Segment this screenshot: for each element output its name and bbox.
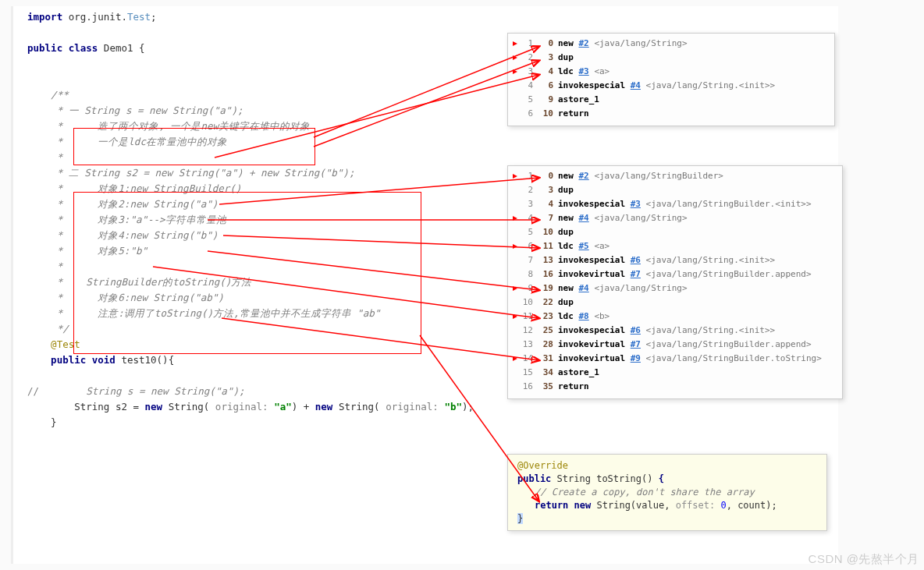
line-number: 6 [519,239,533,253]
bytecode-offset: 25 [536,324,553,338]
constant-ref: #9 [631,353,641,363]
kw-void: void [92,354,116,366]
opcode: ldc [558,241,574,251]
bytecode-row: 1123ldc #8 <b> [513,310,833,324]
line-number: 5 [519,225,533,239]
class-name: Demo1 { [104,42,145,54]
inline-comment: // Create a copy, don't share the array [535,487,755,497]
string-literal-b: "b" [444,401,462,412]
line-number: 1 [519,37,533,51]
opcode: return [558,381,589,391]
bytecode-row: 34ldc #3 <a> [513,65,825,79]
bytecode-row: 34invokespecial #3 <java/lang/StringBuil… [513,197,833,211]
bytecode-row: 610return [513,107,825,121]
arrow-head-icon [513,244,517,249]
line-number: 4 [519,211,533,225]
snippet-tail: , count); [727,500,777,511]
constant-ref: #5 [579,241,589,251]
snippet-body: String(value, [591,500,675,511]
line-comment-slash: // [27,385,39,397]
kw-return: return [535,500,568,511]
javadoc-close: */ [57,323,69,335]
method-sig: String toString() [557,473,659,484]
constant-comment: <a> [594,241,609,251]
bytecode-row: 1328invokevirtual #7 <java/lang/StringBu… [513,338,833,352]
opcode: invokespecial [558,255,625,265]
stmt-string1: String( [162,401,209,412]
constant-ref: #3 [631,199,641,209]
constant-comment: <java/lang/StringBuilder.append> [646,269,812,279]
constant-ref: #8 [579,311,589,321]
highlight-box-1 [73,128,315,165]
bytecode-row: 611ldc #5 <a> [513,239,833,253]
bytecode-row: 510dup [513,225,833,239]
kw-import: import [27,11,62,23]
cls-test: Test [127,11,151,23]
bytecode-row: 23dup [513,183,833,197]
line-number: 5 [519,93,533,107]
line-number: 11 [519,310,533,324]
constant-ref: #7 [631,339,641,349]
bytecode-row: 1635return [513,380,833,394]
line-number: 6 [519,107,533,121]
line-number: 7 [519,253,533,267]
constant-ref: #2 [579,38,589,48]
line-number: 8 [519,267,533,281]
constant-comment: <java/lang/StringBuilder.append> [646,339,812,349]
line-number: 1 [519,169,533,183]
constant-comment: <java/lang/String> [594,38,687,48]
constant-ref: #4 [579,283,589,293]
constant-comment: <java/lang/StringBuilder> [594,171,723,181]
plus-op: + [297,401,315,412]
constant-comment: <java/lang/StringBuilder.toString> [646,353,822,363]
javadoc-star: * [57,214,63,225]
bytecode-row: 1022dup [513,296,833,310]
bytecode-row: 10new #2 <java/lang/String> [513,37,825,51]
open-brace: { [659,473,664,484]
arrow-head-icon [513,41,517,46]
line-number: 9 [519,281,533,296]
opcode: ldc [558,311,574,321]
opcode: new [558,38,574,48]
constant-ref: #2 [579,171,589,181]
kw-new1: new [145,401,163,412]
constant-ref: #4 [631,80,641,90]
bytecode-row: 1431invokevirtual #9 <java/lang/StringBu… [513,352,833,366]
javadoc-star: * [57,151,63,163]
arrow-head-icon [513,69,517,74]
bytecode-row: 713invokespecial #6 <java/lang/String.<i… [513,253,833,267]
opcode: new [558,213,574,223]
line-number: 2 [519,183,533,197]
javadoc-star: * [57,120,63,132]
bytecode-offset: 6 [536,79,553,93]
opcode: dup [558,297,574,307]
literal-zero: 0 [720,500,726,511]
javadoc-star: * [57,260,63,272]
line-number: 16 [519,380,533,394]
constant-comment: <b> [594,311,609,321]
constant-comment: <java/lang/String> [594,283,687,293]
kw-public3: public [517,473,551,484]
method-close: } [51,416,57,428]
bytecode-offset: 19 [536,281,553,296]
javadoc-star: * [57,292,63,303]
arrow-head-icon [513,286,517,291]
line-number: 2 [519,51,533,65]
pkg-name: org.junit. [69,11,127,23]
javadoc-star: * [57,276,63,288]
line-comment-text: String s = new String("a"); [86,385,244,397]
opcode: astore_1 [558,367,599,377]
opcode: invokespecial [558,80,625,90]
bytecode-offset: 10 [536,225,553,239]
line-number: 4 [519,79,533,93]
semicolon: ; [151,11,157,23]
bytecode-offset: 10 [536,107,553,121]
line-number: 10 [519,296,533,310]
opcode: new [558,283,574,293]
constant-comment: <java/lang/String.<init>> [646,80,776,90]
kw-new3: new [574,500,592,511]
kw-class: class [69,42,98,54]
arrow-head-icon [513,356,517,361]
opcode: return [558,108,589,119]
opcode: invokespecial [558,325,625,335]
